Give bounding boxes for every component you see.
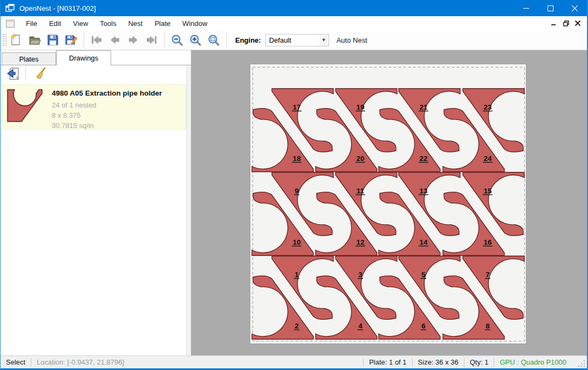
engine-value: Default [266,36,319,44]
engine-select[interactable]: Default ▼ [265,34,329,46]
drawings-panel: Plates Drawings [1,50,191,355]
title-bar: OpenNest - [N0317-002] [1,0,587,16]
go-last-button[interactable] [143,32,160,48]
drawing-list-item[interactable]: 4980 A05 Extraction pipe holder 24 of 1 … [2,84,186,130]
drawing-nested-count: 24 of 1 nested [52,100,186,110]
part-number-label: 15 [483,187,492,195]
open-button[interactable] [26,32,43,48]
nest-canvas[interactable]: 171819202122232491011121314151612345678 [191,50,587,355]
part-number-label: 17 [292,103,300,111]
part-number-label: 18 [292,154,301,163]
nested-part-23[interactable] [463,89,524,152]
nested-part-3[interactable] [336,256,397,319]
maximize-button[interactable] [538,0,563,16]
nested-part-24[interactable] [443,109,504,172]
new-document-button[interactable] [8,32,24,48]
status-qty: Qty: 1 [470,358,489,366]
toolbar-separator [84,32,84,48]
go-previous-button[interactable] [107,32,123,48]
app-icon [5,4,15,13]
drawing-title: 4980 A05 Extraction pipe holder [52,89,186,97]
part-number-label: 11 [357,187,365,195]
part-number-label: 14 [419,238,428,246]
menu-bar: FileEditViewToolsNestPlateWindow [1,16,587,30]
nested-part-7[interactable] [463,256,524,319]
nested-part-6[interactable] [379,276,440,339]
resize-grip[interactable] [566,356,587,369]
engine-label: Engine: [235,36,261,44]
save-button[interactable] [45,32,61,48]
nested-part-14[interactable] [379,192,440,255]
nested-part-4[interactable] [316,276,377,339]
status-gpu: GPU : Quadro P1000 [500,358,566,366]
nested-part-18[interactable] [252,109,313,172]
nested-part-20[interactable] [316,109,377,172]
toolbar-separator [25,68,26,80]
status-separator [31,358,31,367]
auto-nest-button[interactable]: Auto Nest [337,36,367,44]
go-next-button[interactable] [125,32,141,48]
mdi-close-button[interactable] [572,18,584,29]
toolbar-grip[interactable] [2,33,7,47]
part-number-label: 7 [486,271,490,279]
panel-scrollbar[interactable] [186,65,191,355]
nested-part-12[interactable] [316,192,377,255]
main-toolbar: Engine: Default ▼ Auto Nest [1,30,587,50]
zoom-in-button[interactable] [187,32,203,48]
part-number-label: 8 [486,322,490,330]
toolbar-separator [164,32,165,48]
nested-part-15[interactable] [463,172,524,236]
tab-plates[interactable]: Plates [2,52,56,65]
menu-edit[interactable]: Edit [43,17,67,30]
menu-plate[interactable]: Plate [148,17,176,30]
nested-part-17[interactable] [272,89,333,152]
toolbar-separator [226,32,227,48]
menu-nest[interactable]: Nest [122,17,149,30]
nested-part-10[interactable] [252,192,313,255]
mdi-minimize-button[interactable] [548,18,560,29]
menu-tools[interactable]: Tools [94,17,122,30]
mdi-restore-button[interactable] [560,18,572,29]
status-separator [494,358,494,367]
nested-part-5[interactable] [399,256,460,319]
part-thumbnail [2,85,52,129]
import-drawing-button[interactable] [5,66,22,82]
nested-part-2[interactable] [252,276,313,339]
part-number-label: 1 [295,271,299,279]
part-number-label: 24 [483,154,492,163]
zoom-out-button[interactable] [169,32,185,48]
nested-part-8[interactable] [443,276,504,339]
status-mode: Select [6,358,25,366]
plate-sheet[interactable]: 171819202122232491011121314151612345678 [250,64,527,344]
part-number-label: 6 [421,322,426,330]
zoom-fit-button[interactable] [206,32,222,48]
menu-window[interactable]: Window [176,17,213,30]
part-number-label: 9 [295,187,299,195]
nested-part-16[interactable] [443,192,504,255]
mdi-document-icon[interactable] [6,19,15,28]
nested-part-9[interactable] [272,172,333,236]
part-number-label: 22 [419,154,427,163]
nested-part-1[interactable] [272,256,333,319]
close-button[interactable] [563,0,587,16]
clean-broom-button[interactable] [33,66,49,82]
save-as-button[interactable] [63,32,79,48]
minimize-button[interactable] [514,0,538,16]
part-number-label: 10 [292,238,300,246]
menu-file[interactable]: File [20,17,43,30]
status-bar: Select Location: [-0.9437, 21.8796] Plat… [1,355,587,368]
menu-view[interactable]: View [67,17,94,30]
drawing-size: 8 x 8.375 [52,110,186,120]
nested-part-22[interactable] [379,109,440,172]
nested-part-21[interactable] [399,89,460,152]
status-location: Location: [-0.9437, 21.8796] [37,358,124,366]
chevron-down-icon[interactable]: ▼ [319,35,329,46]
nested-part-11[interactable] [336,172,397,236]
go-first-button[interactable] [88,32,105,48]
part-number-label: 21 [419,103,428,111]
nested-part-19[interactable] [336,89,397,152]
status-separator [363,358,364,367]
nested-part-13[interactable] [399,172,460,236]
tab-drawings[interactable]: Drawings [56,50,111,65]
part-number-label: 13 [419,187,428,195]
